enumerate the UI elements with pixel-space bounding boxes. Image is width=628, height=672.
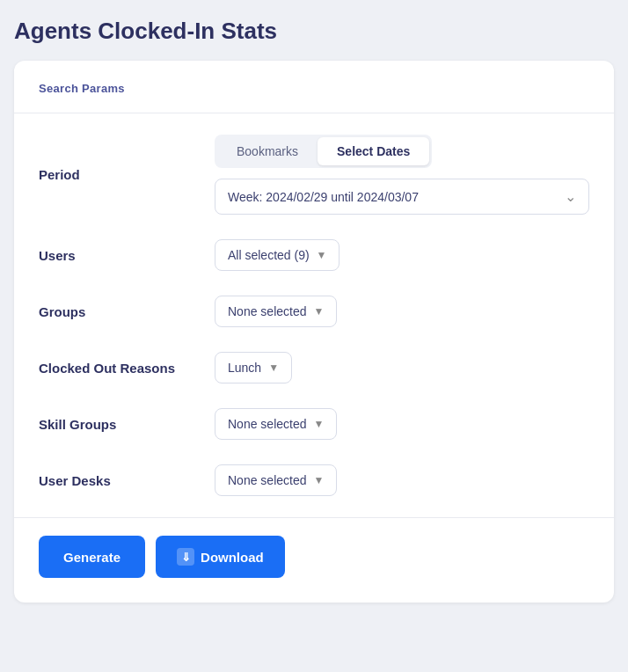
period-toggle-group: Bookmarks Select Dates [215, 135, 432, 168]
groups-control: None selected ▼ [215, 296, 589, 327]
period-label: Period [39, 167, 215, 182]
user-desks-row: User Desks None selected ▼ [39, 464, 589, 496]
bookmarks-tab[interactable]: Bookmarks [217, 137, 318, 165]
clocked-out-reasons-label: Clocked Out Reasons [39, 361, 215, 376]
chevron-down-icon: ⌄ [565, 188, 576, 205]
date-range-value: Week: 2024/02/29 until 2024/03/07 [228, 190, 419, 204]
users-row: Users All selected (9) ▼ [39, 239, 589, 271]
user-desks-value: None selected [228, 473, 307, 487]
date-range-dropdown[interactable]: Week: 2024/02/29 until 2024/03/07 ⌄ [215, 179, 589, 215]
users-control: All selected (9) ▼ [215, 239, 589, 271]
users-label: Users [39, 248, 215, 263]
skill-groups-dropdown[interactable]: None selected ▼ [215, 408, 337, 440]
caret-icon: ▼ [314, 418, 325, 430]
user-desks-label: User Desks [39, 473, 215, 488]
groups-value: None selected [228, 304, 307, 318]
groups-label: Groups [39, 304, 215, 319]
groups-row: Groups None selected ▼ [39, 296, 589, 327]
select-dates-tab[interactable]: Select Dates [318, 137, 429, 165]
caret-icon: ▼ [268, 362, 279, 374]
user-desks-dropdown[interactable]: None selected ▼ [215, 464, 337, 496]
users-dropdown[interactable]: All selected (9) ▼ [215, 239, 340, 271]
search-params-card: Search Params Period Bookmarks Select Da… [14, 61, 614, 603]
clocked-out-reasons-value: Lunch [228, 361, 261, 375]
caret-icon: ▼ [317, 249, 327, 261]
skill-groups-value: None selected [228, 417, 307, 431]
download-button[interactable]: ⇓ Download [156, 536, 285, 578]
divider [14, 113, 614, 113]
groups-dropdown[interactable]: None selected ▼ [215, 296, 337, 327]
skill-groups-label: Skill Groups [39, 417, 215, 432]
skill-groups-row: Skill Groups None selected ▼ [39, 408, 589, 440]
clocked-out-reasons-dropdown[interactable]: Lunch ▼ [215, 352, 292, 383]
caret-icon: ▼ [314, 305, 325, 318]
footer-divider [14, 517, 614, 518]
section-label: Search Params [39, 82, 589, 95]
user-desks-control: None selected ▼ [215, 464, 589, 496]
clocked-out-reasons-control: Lunch ▼ [215, 352, 589, 383]
clocked-out-reasons-row: Clocked Out Reasons Lunch ▼ [39, 352, 589, 383]
footer-actions: Generate ⇓ Download [39, 536, 589, 578]
generate-button[interactable]: Generate [39, 536, 145, 578]
users-value: All selected (9) [228, 248, 310, 262]
download-label: Download [201, 550, 264, 565]
skill-groups-control: None selected ▼ [215, 408, 589, 440]
caret-icon: ▼ [314, 474, 325, 486]
page-title: Agents Clocked-In Stats [14, 18, 614, 45]
download-icon: ⇓ [177, 548, 194, 566]
period-control: Bookmarks Select Dates Week: 2024/02/29 … [215, 135, 589, 215]
period-row: Period Bookmarks Select Dates Week: 2024… [39, 135, 589, 215]
